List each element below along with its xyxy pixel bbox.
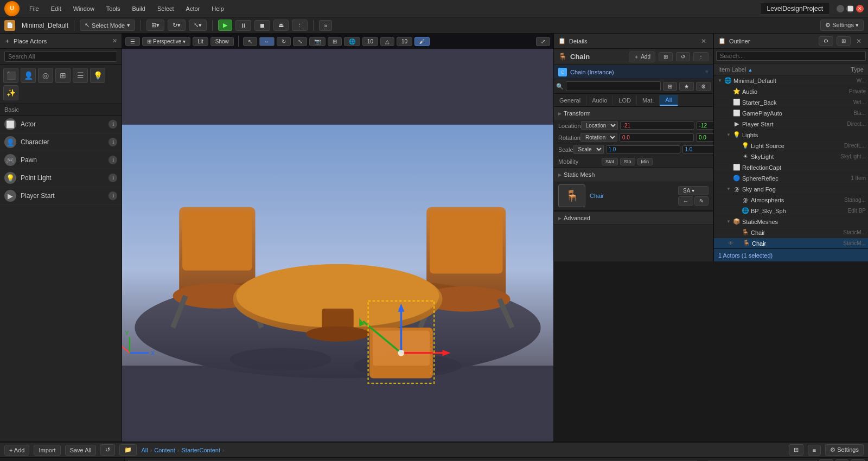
tree-item-13[interactable]: ▼ 📦 StaticMeshes bbox=[714, 216, 868, 227]
viewport-brush-btn[interactable]: 🖌 bbox=[414, 37, 430, 46]
actor-search-input[interactable] bbox=[4, 51, 117, 62]
cb-folder-btn[interactable]: 📁 bbox=[119, 444, 137, 456]
actor-icon-particle[interactable]: ✨ bbox=[3, 85, 18, 100]
tab-all[interactable]: All bbox=[660, 95, 678, 106]
viewport-show-btn[interactable]: Show bbox=[210, 37, 234, 46]
menu-file[interactable]: File bbox=[24, 3, 44, 14]
breadcrumb-all[interactable]: All bbox=[141, 447, 148, 453]
mobility-stat-btn[interactable]: Stat bbox=[602, 158, 618, 165]
outliner-search-input[interactable] bbox=[716, 51, 866, 61]
actor-info-btn-actor[interactable]: ℹ bbox=[108, 120, 117, 129]
menu-select[interactable]: Select bbox=[152, 3, 180, 14]
tab-mat[interactable]: Mat. bbox=[637, 95, 660, 105]
tree-item-9[interactable]: 🔵 SphereReflec 1 Item bbox=[714, 173, 868, 184]
minimize-button[interactable]: — bbox=[837, 5, 844, 12]
rotation-dropdown[interactable]: Rotation bbox=[580, 133, 617, 142]
close-button[interactable]: ✕ bbox=[856, 5, 864, 12]
viewport-num1-btn[interactable]: 10 bbox=[362, 37, 378, 46]
viewport-grid-btn[interactable]: ⊞ bbox=[328, 37, 342, 46]
visibility-btn[interactable]: 👁 bbox=[728, 240, 733, 246]
cb-filter-btn[interactable]: ≡ bbox=[808, 445, 821, 456]
scale-dropdown[interactable]: Scale bbox=[573, 145, 604, 154]
actor-icon-geo[interactable]: ⬛ bbox=[3, 68, 18, 83]
play-btn[interactable]: ▶ bbox=[218, 20, 232, 31]
cb-import-btn[interactable]: Import bbox=[34, 445, 60, 456]
stop-btn[interactable]: ⏹ bbox=[254, 20, 270, 31]
actor-item-pawn[interactable]: 🎮 Pawn ℹ bbox=[0, 151, 122, 169]
tree-item-6[interactable]: 💡 Light Source DirectL... bbox=[714, 140, 868, 151]
actor-info-btn-playerstart[interactable]: ℹ bbox=[108, 191, 117, 200]
actor-info-btn-pawn[interactable]: ℹ bbox=[108, 156, 117, 164]
tree-item-4[interactable]: ▶ Player Start Direct... bbox=[714, 119, 868, 130]
mesh-edit-btn[interactable]: ✎ bbox=[694, 196, 709, 206]
actor-icon-mesh[interactable]: ⊞ bbox=[55, 68, 71, 83]
details-star-btn[interactable]: ★ bbox=[679, 82, 694, 91]
actor-item-playerstart[interactable]: ▶ Player Start ℹ bbox=[0, 187, 122, 205]
tree-item-1[interactable]: ⭐ Audio Private bbox=[714, 86, 868, 97]
scale-x-input[interactable] bbox=[606, 145, 680, 153]
close-panel-btn[interactable]: ✕ bbox=[112, 37, 117, 44]
tab-lod[interactable]: LOD bbox=[613, 95, 637, 105]
details-settings2-btn[interactable]: ⚙ bbox=[696, 82, 711, 91]
actor-item-pointlight[interactable]: 💡 Point Light ℹ bbox=[0, 169, 122, 187]
cb-add-btn[interactable]: + Add bbox=[4, 445, 29, 456]
scale-snap-btn[interactable]: ⤡▾ bbox=[189, 20, 207, 31]
tree-item-12[interactable]: 🌐 BP_Sky_Sph Edit BP bbox=[714, 206, 868, 216]
tree-item-10[interactable]: ▼ 🌫 Sky and Fog bbox=[714, 184, 868, 195]
location-dropdown[interactable]: Location bbox=[581, 121, 618, 130]
viewport-lit-btn[interactable]: Lit bbox=[193, 37, 208, 46]
location-x-input[interactable] bbox=[620, 121, 694, 130]
maximize-button[interactable]: ⬜ bbox=[846, 5, 854, 12]
outliner-filter-btn[interactable]: ⊞ bbox=[837, 36, 851, 46]
actor-item-character[interactable]: 👤 Character ℹ bbox=[0, 133, 122, 151]
pause-btn[interactable]: ⏸ bbox=[235, 20, 251, 31]
actor-info-btn-pointlight[interactable]: ℹ bbox=[108, 174, 117, 182]
tree-item-0[interactable]: ▼ 🌐 Minimal_Default W... bbox=[714, 75, 868, 86]
actor-icon-misc[interactable]: ☰ bbox=[73, 68, 88, 83]
cb-refresh-btn[interactable]: ↺ bbox=[100, 444, 115, 456]
details-refresh-btn[interactable]: ↺ bbox=[676, 52, 690, 61]
actor-icon-light[interactable]: 💡 bbox=[90, 68, 105, 83]
settings-btn[interactable]: ⚙ Settings ▾ bbox=[820, 20, 864, 31]
outliner-close-btn[interactable]: ✕ bbox=[854, 36, 864, 46]
tree-item-5[interactable]: ▼ 💡 Lights bbox=[714, 130, 868, 140]
cb-view-btn[interactable]: ⊞ bbox=[789, 444, 803, 456]
menu-tools[interactable]: Tools bbox=[101, 3, 126, 14]
viewport-menu-btn[interactable]: ☰ bbox=[125, 37, 140, 46]
details-more-btn[interactable]: ⋮ bbox=[693, 52, 709, 61]
viewport-perspective-btn[interactable]: ⊞ Perspective ▾ bbox=[142, 37, 190, 46]
viewport[interactable]: ☰ ⊞ Perspective ▾ Lit Show ↖ ↔ ↻ ⤡ 📷 ⊞ 🌐… bbox=[122, 34, 553, 441]
viewport-camera-btn[interactable]: 📷 bbox=[309, 37, 326, 46]
mesh-browse-btn[interactable]: SA ▾ bbox=[678, 186, 709, 195]
viewport-rotate-btn[interactable]: ↻ bbox=[277, 37, 291, 46]
tab-general[interactable]: General bbox=[554, 95, 586, 105]
tab-audio[interactable]: Audio bbox=[586, 95, 613, 105]
tree-item-7[interactable]: ☀ SkyLight SkyLight... bbox=[714, 151, 868, 162]
menu-edit[interactable]: Edit bbox=[46, 3, 67, 14]
viewport-translate-btn[interactable]: ↔ bbox=[259, 37, 275, 46]
add-component-btn[interactable]: ＋ Add bbox=[629, 52, 655, 62]
tree-item-3[interactable]: ⬜ GamePlayAuto Bla... bbox=[714, 108, 868, 119]
cb-settings-btn[interactable]: ⚙ Settings bbox=[825, 444, 864, 456]
rotate-snap-btn[interactable]: ↻▾ bbox=[168, 20, 186, 31]
breadcrumb-content[interactable]: Content bbox=[154, 447, 175, 453]
select-mode-btn[interactable]: ↖ Select Mode ▾ bbox=[80, 20, 135, 31]
tree-item-11[interactable]: 🌫 Atmospheris Stanag... bbox=[714, 195, 868, 206]
details-view-btn[interactable]: ⊞ bbox=[663, 82, 677, 91]
menu-window[interactable]: Window bbox=[68, 3, 100, 14]
instance-expand-btn[interactable]: ≡ bbox=[705, 69, 709, 75]
details-filter-btn[interactable]: ⊞ bbox=[659, 52, 673, 61]
tree-item-2[interactable]: ⬜ Starter_Back Wrl... bbox=[714, 97, 868, 108]
viewport-scale-btn[interactable]: ⤡ bbox=[293, 37, 307, 46]
tree-item-15[interactable]: 👁 🪑 Chair StaticM... bbox=[714, 238, 868, 248]
cb-saveall-btn[interactable]: Save All bbox=[65, 445, 97, 456]
actor-icon-person[interactable]: 👤 bbox=[21, 68, 36, 83]
mobility-min-btn[interactable]: Min bbox=[637, 158, 653, 165]
details-close-btn[interactable]: ✕ bbox=[699, 36, 709, 46]
outliner-settings-btn[interactable]: ⚙ bbox=[819, 36, 833, 46]
viewport-maximize-btn[interactable]: ⤢ bbox=[536, 37, 550, 46]
actor-icon-shape[interactable]: ◎ bbox=[38, 68, 53, 83]
tree-item-8[interactable]: ⬜ ReflectionCapt bbox=[714, 162, 868, 173]
viewport-select-btn[interactable]: ↖ bbox=[243, 37, 257, 46]
menu-help[interactable]: Help bbox=[206, 3, 229, 14]
